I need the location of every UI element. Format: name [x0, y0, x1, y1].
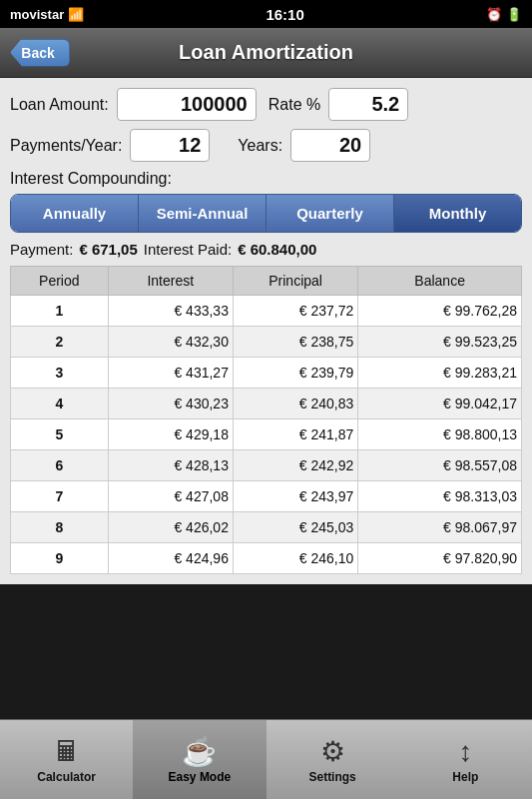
payments-input[interactable]: [130, 129, 210, 162]
settings-icon: ⚙: [320, 735, 345, 768]
cell-balance: € 99.283,21: [358, 358, 522, 389]
table-row: 7 € 427,08 € 243,97 € 98.313,03: [11, 481, 522, 512]
cell-balance: € 98.800,13: [358, 419, 522, 450]
tab-settings[interactable]: ⚙ Settings: [266, 720, 399, 799]
cell-interest: € 426,02: [108, 512, 233, 543]
loan-amount-input[interactable]: [117, 88, 257, 121]
cell-period: 6: [11, 450, 109, 481]
table-row: 9 € 424,96 € 246,10 € 97.820,90: [11, 543, 522, 574]
cell-period: 5: [11, 419, 109, 450]
tab-settings-label: Settings: [308, 770, 355, 784]
col-interest: Interest: [108, 267, 233, 296]
cell-period: 9: [11, 543, 109, 574]
cell-principal: € 238,75: [233, 327, 357, 358]
clock-icon: ⏰: [486, 7, 502, 22]
cell-principal: € 242,92: [233, 450, 357, 481]
payment-label: Payment:: [10, 241, 73, 258]
nav-bar: Back Loan Amortization: [0, 28, 532, 78]
carrier-text: movistar: [10, 7, 64, 22]
tab-bar: 🖩 Calculator ☕ Easy Mode ⚙ Settings ↕ He…: [0, 719, 532, 799]
interest-paid-value: € 60.840,00: [238, 241, 316, 258]
loan-amount-label: Loan Amount:: [10, 96, 109, 114]
loan-rate-row: Loan Amount: Rate %: [10, 88, 522, 121]
table-row: 1 € 433,33 € 237,72 € 99.762,28: [11, 296, 522, 327]
table-row: 6 € 428,13 € 242,92 € 98.557,08: [11, 450, 522, 481]
easy-mode-icon: ☕: [182, 735, 217, 768]
cell-period: 8: [11, 512, 109, 543]
tab-calculator[interactable]: 🖩 Calculator: [0, 720, 133, 799]
table-row: 8 € 426,02 € 245,03 € 98.067,97: [11, 512, 522, 543]
status-left: movistar 📶: [10, 7, 84, 22]
help-icon: ↕: [458, 736, 472, 768]
tab-help-label: Help: [452, 770, 478, 784]
status-right: ⏰ 🔋: [486, 7, 522, 22]
cell-balance: € 99.042,17: [358, 389, 522, 419]
table-row: 5 € 429,18 € 241,87 € 98.800,13: [11, 419, 522, 450]
seg-quarterly[interactable]: Quarterly: [266, 195, 394, 232]
table-header-row: Period Interest Principal Balance: [11, 267, 522, 296]
cell-period: 7: [11, 481, 109, 512]
battery-icon: 🔋: [506, 7, 522, 22]
cell-period: 1: [11, 296, 109, 327]
cell-interest: € 424,96: [108, 543, 233, 574]
cell-balance: € 98.313,03: [358, 481, 522, 512]
cell-interest: € 431,27: [108, 358, 233, 389]
tab-calculator-label: Calculator: [37, 770, 96, 784]
tab-easy-mode-label: Easy Mode: [169, 770, 232, 784]
cell-balance: € 98.557,08: [358, 450, 522, 481]
cell-interest: € 430,23: [108, 389, 233, 419]
compounding-label: Interest Compounding:: [10, 170, 522, 188]
seg-annually[interactable]: Annually: [11, 195, 139, 232]
col-period: Period: [11, 267, 109, 296]
cell-interest: € 428,13: [108, 450, 233, 481]
cell-principal: € 246,10: [233, 543, 357, 574]
payment-info: Payment: € 671,05 Interest Paid: € 60.84…: [10, 241, 522, 258]
years-label: Years:: [238, 137, 282, 155]
table-row: 2 € 432,30 € 238,75 € 99.523,25: [11, 327, 522, 358]
cell-balance: € 97.820,90: [358, 543, 522, 574]
cell-interest: € 427,08: [108, 481, 233, 512]
payments-years-row: Payments/Year: Years:: [10, 129, 522, 162]
cell-period: 2: [11, 327, 109, 358]
compounding-segmented: Annually Semi-Annual Quarterly Monthly: [10, 194, 522, 233]
payments-label: Payments/Year:: [10, 137, 122, 155]
cell-balance: € 99.523,25: [358, 327, 522, 358]
cell-principal: € 241,87: [233, 419, 357, 450]
cell-balance: € 98.067,97: [358, 512, 522, 543]
cell-period: 4: [11, 389, 109, 419]
table-row: 3 € 431,27 € 239,79 € 99.283,21: [11, 358, 522, 389]
cell-principal: € 237,72: [233, 296, 357, 327]
rate-label: Rate %: [268, 96, 320, 114]
cell-interest: € 429,18: [108, 419, 233, 450]
col-balance: Balance: [358, 267, 522, 296]
seg-monthly[interactable]: Monthly: [394, 195, 521, 232]
status-time: 16:10: [266, 6, 303, 23]
cell-principal: € 245,03: [233, 512, 357, 543]
status-bar: movistar 📶 16:10 ⏰ 🔋: [0, 0, 532, 28]
interest-paid-label: Interest Paid:: [144, 241, 232, 258]
cell-interest: € 432,30: [108, 327, 233, 358]
calculator-icon: 🖩: [53, 735, 81, 768]
tab-help[interactable]: ↕ Help: [399, 720, 532, 799]
wifi-icon: 📶: [68, 7, 84, 22]
tab-easy-mode[interactable]: ☕ Easy Mode: [133, 720, 266, 799]
cell-principal: € 240,83: [233, 389, 357, 419]
cell-balance: € 99.762,28: [358, 296, 522, 327]
years-input[interactable]: [290, 129, 370, 162]
main-content: Loan Amount: Rate % Payments/Year: Years…: [0, 78, 532, 584]
table-row: 4 € 430,23 € 240,83 € 99.042,17: [11, 389, 522, 419]
page-title: Loan Amortization: [70, 41, 462, 64]
back-button[interactable]: Back: [10, 39, 70, 67]
cell-principal: € 243,97: [233, 481, 357, 512]
cell-principal: € 239,79: [233, 358, 357, 389]
rate-input[interactable]: [328, 88, 408, 121]
cell-period: 3: [11, 358, 109, 389]
col-principal: Principal: [233, 267, 357, 296]
amortization-table: Period Interest Principal Balance 1 € 43…: [10, 266, 522, 574]
seg-semi-annual[interactable]: Semi-Annual: [139, 195, 266, 232]
payment-value: € 671,05: [79, 241, 137, 258]
cell-interest: € 433,33: [108, 296, 233, 327]
